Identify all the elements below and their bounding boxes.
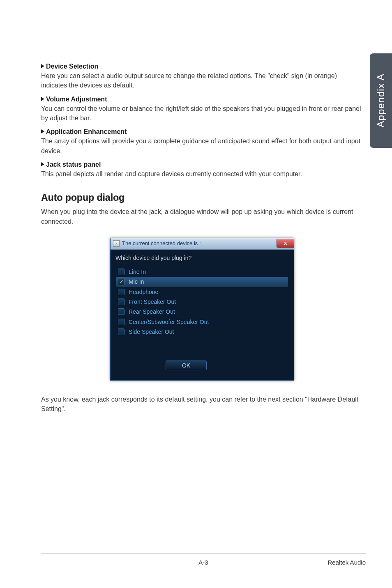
application-enhancement-text: The array of options will provide you a … [41, 136, 363, 155]
checkbox-unchecked-icon [118, 299, 125, 305]
sidebar-appendix-tab: Appendix A [370, 53, 392, 148]
ok-button[interactable]: OK [166, 361, 207, 370]
popup-dialog: ♪ The current connected device is : x Wh… [110, 238, 294, 381]
page-footer: A-3 Realtek Audio [41, 559, 366, 566]
sidebar-label: Appendix A [375, 74, 387, 127]
auto-popup-text: When you plug into the device at the jac… [41, 207, 363, 226]
closing-text: As you know, each jack corresponds to it… [41, 395, 363, 413]
device-option-line-in[interactable]: Line In [116, 267, 288, 277]
device-list: Line In Mic In Headphone Front Speaker O… [116, 267, 288, 337]
checkbox-unchecked-icon [118, 269, 125, 275]
footer-section: Realtek Audio [327, 559, 366, 566]
page-number: A-3 [198, 559, 208, 566]
page-content: Device Selection Here you can select a a… [0, 0, 392, 414]
dialog-title: The current connected device is : [122, 240, 201, 248]
close-icon: x [284, 239, 287, 247]
device-option-mic-in[interactable]: Mic In [116, 277, 288, 287]
subheading-volume-adjustment: Volume Adjustment [46, 96, 107, 103]
checkbox-unchecked-icon [118, 328, 125, 335]
list-item-label: Headphone [129, 288, 158, 296]
list-item-label: Mic In [129, 278, 144, 286]
device-option-rear-speaker[interactable]: Rear Speaker Out [116, 307, 288, 317]
device-option-center-sub[interactable]: Center/Subwoofer Speaker Out [116, 317, 288, 327]
subheading-application-enhancement: Application Enhancement [46, 128, 127, 135]
checkbox-unchecked-icon [118, 289, 125, 295]
heading-auto-popup: Auto popup dialog [41, 191, 363, 204]
list-item-label: Rear Speaker Out [129, 308, 175, 316]
triangle-icon [41, 162, 44, 166]
jack-status-text: This panel depicts all render and captur… [41, 169, 363, 179]
device-selection-text: Here you can select a audio output sourc… [41, 71, 363, 90]
dialog-titlebar: ♪ The current connected device is : x [111, 238, 294, 250]
triangle-icon [41, 97, 44, 101]
list-item-label: Line In [129, 268, 146, 276]
ok-label: OK [182, 361, 190, 370]
list-item-label: Side Speaker Out [129, 328, 174, 336]
speaker-icon: ♪ [113, 240, 120, 247]
triangle-icon [41, 64, 44, 68]
device-option-side-speaker[interactable]: Side Speaker Out [116, 327, 288, 337]
footer-divider [41, 553, 366, 554]
close-button[interactable]: x [277, 239, 294, 248]
device-option-headphone[interactable]: Headphone [116, 287, 288, 297]
checkbox-checked-icon [118, 279, 125, 285]
dialog-question: Which device did you plug in? [115, 254, 288, 262]
subheading-device-selection: Device Selection [46, 63, 98, 70]
device-option-front-speaker[interactable]: Front Speaker Out [116, 297, 288, 307]
list-item-label: Center/Subwoofer Speaker Out [129, 318, 209, 326]
list-item-label: Front Speaker Out [129, 298, 176, 306]
volume-adjustment-text: You can control the volume or balance th… [41, 104, 363, 123]
triangle-icon [41, 129, 44, 133]
checkbox-unchecked-icon [118, 319, 125, 325]
subheading-jack-status: Jack status panel [46, 161, 101, 168]
checkbox-unchecked-icon [118, 308, 125, 315]
